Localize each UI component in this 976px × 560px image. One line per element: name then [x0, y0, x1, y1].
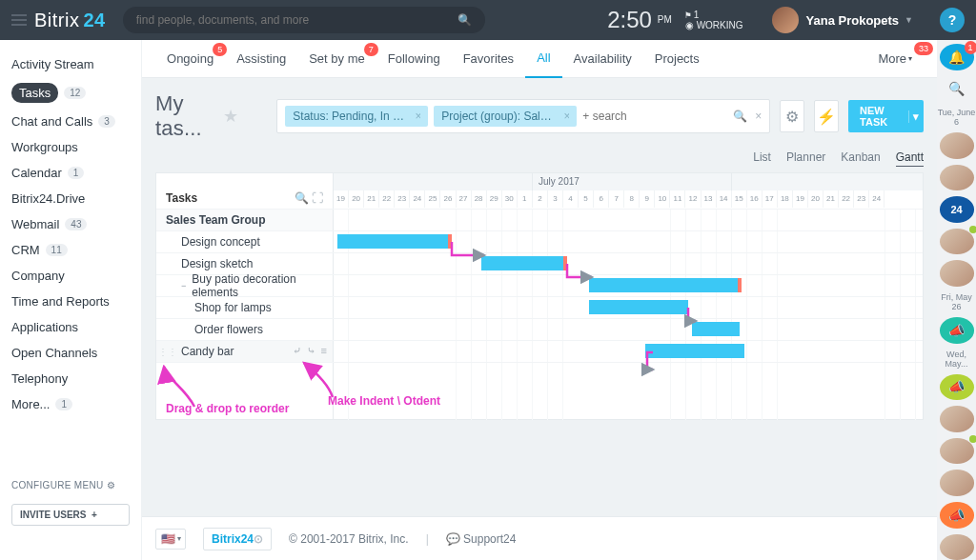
automation-button[interactable]: ⚡: [814, 100, 839, 132]
task-row[interactable]: Design sketch: [156, 253, 334, 274]
global-search-input[interactable]: [136, 13, 458, 27]
bitrix24-link[interactable]: Bitrix24⊙: [203, 528, 272, 550]
settings-button[interactable]: ⚙: [780, 100, 804, 132]
sidebar-item-tasks[interactable]: Tasks12: [0, 77, 141, 109]
sidebar-item-time-and-reports[interactable]: Time and Reports: [0, 289, 141, 314]
fullscreen-icon[interactable]: ⛶: [312, 191, 323, 205]
invite-users-button[interactable]: INVITE USERS +: [11, 504, 130, 526]
tab-ongoing[interactable]: Ongoing5: [155, 40, 225, 78]
rail-announcement-icon[interactable]: 📣: [940, 317, 974, 344]
gantt-bar[interactable]: [337, 234, 452, 249]
search-icon[interactable]: 🔍: [733, 110, 747, 123]
timeline-row[interactable]: [334, 319, 923, 340]
new-task-dropdown[interactable]: ▾: [908, 110, 924, 123]
rail-avatar[interactable]: [940, 132, 974, 159]
task-row[interactable]: Shop for lamps: [156, 297, 334, 318]
task-row[interactable]: Order flowers: [156, 319, 334, 340]
rail-avatar[interactable]: [940, 165, 974, 191]
sidebar-item-more-[interactable]: More...1: [0, 391, 141, 417]
rail-avatar[interactable]: [940, 229, 974, 255]
brand-logo[interactable]: Bitrix 24: [34, 10, 106, 31]
tab-all[interactable]: All: [525, 40, 561, 78]
rail-announcement-icon[interactable]: 📣: [940, 502, 974, 529]
gantt-bar[interactable]: [645, 344, 744, 358]
sidebar-item-open-channels[interactable]: Open Channels: [0, 340, 141, 366]
timeline-row[interactable]: [334, 341, 923, 362]
clear-filter-icon[interactable]: ×: [755, 110, 762, 123]
filter-bar[interactable]: Status: Pending, In progr…× Project (gro…: [276, 99, 770, 133]
rail-announcement-icon[interactable]: 📣: [940, 374, 974, 401]
gantt-bar[interactable]: [589, 278, 742, 292]
clock[interactable]: 2:50 PM ⚑ 1 ◉ WORKING: [607, 7, 742, 33]
notifications-icon[interactable]: 🔔1: [940, 44, 974, 70]
tab-more[interactable]: More ▾ 33: [866, 40, 924, 78]
user-avatar-icon: [772, 7, 799, 33]
drag-handle-icon[interactable]: ⋮⋮: [158, 347, 177, 357]
day-cell: 2: [533, 190, 548, 208]
chip-remove-icon[interactable]: ×: [415, 110, 420, 123]
sidebar-item-activity-stream[interactable]: Activity Stream: [0, 51, 141, 77]
sidebar-item-telephony[interactable]: Telephony: [0, 366, 141, 391]
task-row[interactable]: Design concept: [156, 231, 334, 252]
sidebar-item-label: Tasks: [11, 83, 58, 103]
gantt-bar[interactable]: [481, 256, 567, 270]
language-selector[interactable]: 🇺🇸 ▾: [155, 529, 186, 550]
filter-search-input[interactable]: [582, 110, 725, 123]
tab-set-by-me[interactable]: Set by me7: [297, 40, 376, 78]
sidebar-item-company[interactable]: Company: [0, 263, 141, 289]
outdent-icon[interactable]: ⤶: [293, 345, 301, 357]
tab-favorites[interactable]: Favorites: [452, 40, 525, 78]
view-planner[interactable]: Planner: [786, 150, 825, 167]
sidebar-item-webmail[interactable]: Webmail43: [0, 211, 141, 237]
timeline-row[interactable]: [334, 210, 923, 230]
new-task-button[interactable]: NEW TASK ▾: [848, 100, 924, 132]
sidebar-item-calendar[interactable]: Calendar1: [0, 160, 141, 186]
tab-following[interactable]: Following: [376, 40, 452, 78]
rail-avatar[interactable]: [940, 406, 974, 432]
rail-search-icon[interactable]: 🔍: [940, 76, 974, 103]
rail-avatar[interactable]: [940, 470, 974, 496]
gantt-bar[interactable]: [692, 322, 740, 336]
chip-remove-icon[interactable]: ×: [563, 110, 569, 123]
sidebar-item-chat-and-calls[interactable]: Chat and Calls3: [0, 109, 141, 134]
task-row[interactable]: −Buy patio decoration elements: [156, 275, 334, 296]
menu-toggle-icon[interactable]: [11, 14, 27, 26]
search-icon[interactable]: 🔍: [295, 191, 309, 205]
outdent2-icon[interactable]: ⤷: [307, 345, 315, 357]
task-row[interactable]: ⋮⋮Candy bar⤶⤷≡: [156, 341, 334, 362]
gantt-bar[interactable]: [589, 300, 688, 314]
timeline-row[interactable]: [334, 231, 923, 252]
search-icon[interactable]: 🔍: [458, 13, 472, 27]
filter-chip-status[interactable]: Status: Pending, In progr…×: [285, 106, 428, 127]
tab-projects[interactable]: Projects: [643, 40, 711, 78]
sidebar-item-applications[interactable]: Applications: [0, 314, 141, 340]
sidebar-item-bitrix24-drive[interactable]: Bitrix24.Drive: [0, 186, 141, 211]
tab-assisting[interactable]: Assisting: [225, 40, 297, 78]
help-button[interactable]: ?: [940, 8, 965, 32]
expand-toggle-icon[interactable]: −: [181, 281, 186, 290]
sidebar-item-crm[interactable]: CRM11: [0, 237, 141, 263]
support-link[interactable]: 💬 Support24: [446, 532, 517, 546]
configure-menu[interactable]: CONFIGURE MENU ⚙: [0, 472, 141, 498]
rail-avatar[interactable]: [940, 534, 974, 560]
timeline-row[interactable]: [334, 253, 923, 274]
user-menu[interactable]: Yana Prokopets ▼: [772, 7, 913, 33]
view-kanban[interactable]: Kanban: [841, 150, 880, 167]
global-search[interactable]: 🔍: [123, 7, 485, 33]
rail-avatar[interactable]: [940, 438, 974, 465]
tab-availability[interactable]: Availability: [562, 40, 643, 78]
sidebar-item-workgroups[interactable]: Workgroups: [0, 134, 141, 160]
timeline-row[interactable]: [334, 297, 923, 318]
filter-chip-project[interactable]: Project (group): Sales Te…×: [434, 106, 577, 127]
rail-b24-icon[interactable]: 24: [940, 196, 974, 223]
indent-icon[interactable]: ≡: [321, 345, 327, 357]
timeline-row[interactable]: [334, 275, 923, 296]
task-row[interactable]: Sales Team Group: [156, 210, 334, 230]
favorite-star-icon[interactable]: ★: [223, 106, 238, 127]
task-name: Shop for lamps: [194, 301, 272, 314]
view-gantt[interactable]: Gantt: [896, 150, 924, 167]
view-list[interactable]: List: [753, 150, 771, 167]
rail-avatar[interactable]: [940, 260, 974, 287]
day-cell: 13: [702, 190, 717, 208]
sidebar-badge: 1: [55, 398, 72, 410]
